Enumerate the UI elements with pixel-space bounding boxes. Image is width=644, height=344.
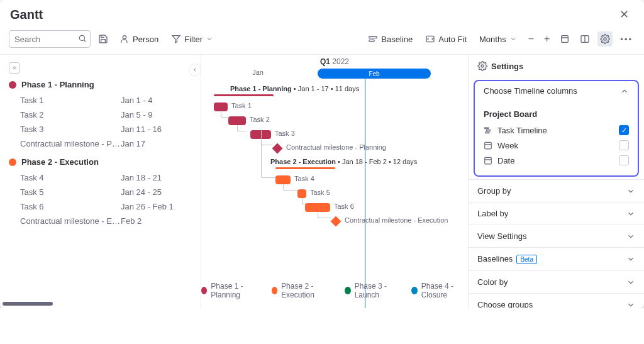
column-group-title: Project Board bbox=[484, 109, 629, 119]
chevron-down-icon bbox=[626, 187, 635, 196]
split-view-icon[interactable] bbox=[577, 31, 592, 47]
collapse-tasklist-button[interactable] bbox=[189, 64, 201, 76]
svg-rect-5 bbox=[369, 40, 374, 42]
more-menu-button[interactable]: ••• bbox=[618, 32, 635, 47]
search-icon bbox=[78, 34, 87, 43]
column-option-date[interactable]: Date bbox=[484, 153, 629, 168]
phase1-summary-bar[interactable] bbox=[214, 94, 274, 96]
svg-rect-15 bbox=[486, 132, 489, 133]
svg-point-0 bbox=[79, 35, 84, 40]
zoom-in-button[interactable]: + bbox=[541, 31, 552, 47]
phase1-swatch bbox=[9, 81, 16, 89]
baseline-icon bbox=[368, 34, 378, 44]
person-icon bbox=[119, 34, 130, 44]
settings-section-columns: Choose Timeline columns Project Board Ta… bbox=[474, 80, 639, 177]
settings-section-groups[interactable]: Choose groups bbox=[469, 293, 644, 308]
bar-task4[interactable] bbox=[275, 175, 291, 184]
gear-icon bbox=[477, 61, 487, 71]
filter-icon bbox=[171, 34, 181, 44]
month-pill-feb: Feb bbox=[318, 69, 431, 79]
timeline-pane[interactable]: Q1 2022 Jan Feb Phase 1 - Planning • Jan… bbox=[201, 55, 468, 308]
legend-item[interactable]: Phase 4 - Closure bbox=[411, 282, 468, 299]
gear-icon bbox=[600, 34, 610, 44]
legend-item[interactable]: Phase 1 - Planning bbox=[201, 282, 260, 299]
settings-title: Settings bbox=[491, 62, 523, 71]
legend-item[interactable]: Phase 3 - Launch bbox=[345, 282, 400, 299]
person-filter-button[interactable]: Person bbox=[116, 31, 162, 47]
chevron-up-icon bbox=[620, 87, 629, 96]
bar-task6[interactable] bbox=[305, 203, 330, 212]
export-icon[interactable] bbox=[557, 31, 572, 47]
task-row[interactable]: Contractual milestone - ExecutionFeb 2 bbox=[9, 214, 192, 228]
chevron-down-icon bbox=[626, 232, 635, 241]
bar-task1[interactable] bbox=[214, 103, 228, 111]
settings-columns-toggle[interactable]: Choose Timeline columns bbox=[475, 81, 638, 102]
svg-rect-13 bbox=[485, 128, 489, 129]
phase1-summary-label: Phase 1 - Planning • Jan 1 - 17 • 11 day… bbox=[230, 85, 359, 92]
column-option-timeline[interactable]: Task Timeline ✓ bbox=[484, 123, 629, 138]
baseline-label: Baseline bbox=[381, 35, 413, 44]
settings-section-view[interactable]: View Settings bbox=[469, 225, 644, 247]
legend-item[interactable]: Phase 2 - Execution bbox=[272, 282, 334, 299]
checkbox-unchecked-icon[interactable] bbox=[619, 155, 629, 165]
settings-section-labelby[interactable]: Label by bbox=[469, 202, 644, 225]
task-row[interactable]: Task 4Jan 18 - 21 bbox=[9, 170, 192, 185]
svg-point-11 bbox=[604, 38, 606, 40]
task-row[interactable]: Task 6Jan 26 - Feb 1 bbox=[9, 199, 192, 214]
month-label-jan: Jan bbox=[252, 69, 264, 76]
zoom-out-button[interactable]: − bbox=[526, 31, 536, 47]
milestone-execution[interactable] bbox=[331, 216, 341, 227]
task-row[interactable]: Contractual milestone - PlanningJan 17 bbox=[9, 136, 192, 151]
group-header-phase1[interactable]: Phase 1 - Planning bbox=[9, 80, 192, 89]
chevron-down-icon bbox=[206, 35, 213, 43]
task-row[interactable]: Task 2Jan 5 - 9 bbox=[9, 108, 192, 122]
svg-rect-4 bbox=[369, 36, 377, 38]
task-list-pane: Phase 1 - Planning Task 1Jan 1 - 4 Task … bbox=[0, 55, 201, 308]
phase1-title: Phase 1 - Planning bbox=[21, 80, 94, 89]
column-option-week[interactable]: Week bbox=[484, 138, 629, 153]
phase2-summary-label: Phase 2 - Execution • Jan 18 - Feb 2 • 1… bbox=[270, 158, 417, 165]
collapse-all-toggle[interactable] bbox=[9, 62, 20, 74]
task-row[interactable]: Task 3Jan 11 - 16 bbox=[9, 122, 192, 136]
phase2-summary-bar[interactable] bbox=[275, 167, 335, 169]
search-input-wrapper bbox=[9, 30, 91, 48]
svg-line-1 bbox=[84, 40, 86, 42]
page-title: Gantt bbox=[10, 8, 43, 22]
chevron-down-icon bbox=[626, 255, 635, 264]
filter-button[interactable]: Filter bbox=[167, 31, 217, 47]
settings-section-groupby[interactable]: Group by bbox=[469, 179, 644, 202]
chevron-down-icon bbox=[626, 209, 635, 218]
settings-section-colorby[interactable]: Color by bbox=[469, 270, 644, 293]
group-header-phase2[interactable]: Phase 2 - Execution bbox=[9, 157, 192, 167]
close-button[interactable]: ✕ bbox=[614, 5, 634, 24]
settings-section-baselines[interactable]: BaselinesBeta bbox=[469, 247, 644, 270]
task-row[interactable]: Task 1Jan 1 - 4 bbox=[9, 93, 192, 108]
svg-point-12 bbox=[481, 65, 484, 67]
autofit-icon bbox=[425, 34, 435, 44]
settings-gear-button[interactable] bbox=[597, 31, 613, 47]
horizontal-scrollbar[interactable] bbox=[3, 302, 53, 306]
autofit-button[interactable]: Auto Fit bbox=[421, 31, 470, 47]
toolbar: Person Filter Baseline Auto Fit Months −… bbox=[0, 26, 644, 55]
chevron-down-icon bbox=[509, 35, 517, 43]
legend: Phase 1 - Planning Phase 2 - Execution P… bbox=[201, 276, 468, 304]
bar-task5[interactable] bbox=[297, 189, 306, 198]
settings-panel: Settings Choose Timeline columns Project… bbox=[468, 55, 644, 308]
bar-task2[interactable] bbox=[228, 116, 246, 125]
checkbox-unchecked-icon[interactable] bbox=[619, 140, 629, 150]
calendar-icon bbox=[484, 141, 492, 150]
chevron-down-icon bbox=[626, 301, 635, 309]
beta-badge: Beta bbox=[516, 255, 537, 264]
task-row[interactable]: Task 5Jan 24 - 25 bbox=[9, 185, 192, 199]
svg-rect-18 bbox=[485, 157, 492, 164]
filter-label: Filter bbox=[184, 35, 203, 44]
zoom-select[interactable]: Months bbox=[475, 32, 521, 47]
save-icon[interactable] bbox=[96, 31, 111, 47]
autofit-label: Auto Fit bbox=[438, 35, 467, 44]
checkbox-checked-icon[interactable]: ✓ bbox=[619, 125, 629, 135]
calendar-icon bbox=[484, 156, 492, 165]
baseline-button[interactable]: Baseline bbox=[364, 31, 416, 47]
chevron-down-icon bbox=[626, 278, 635, 287]
timeline-icon bbox=[484, 126, 492, 135]
svg-marker-3 bbox=[172, 36, 180, 43]
